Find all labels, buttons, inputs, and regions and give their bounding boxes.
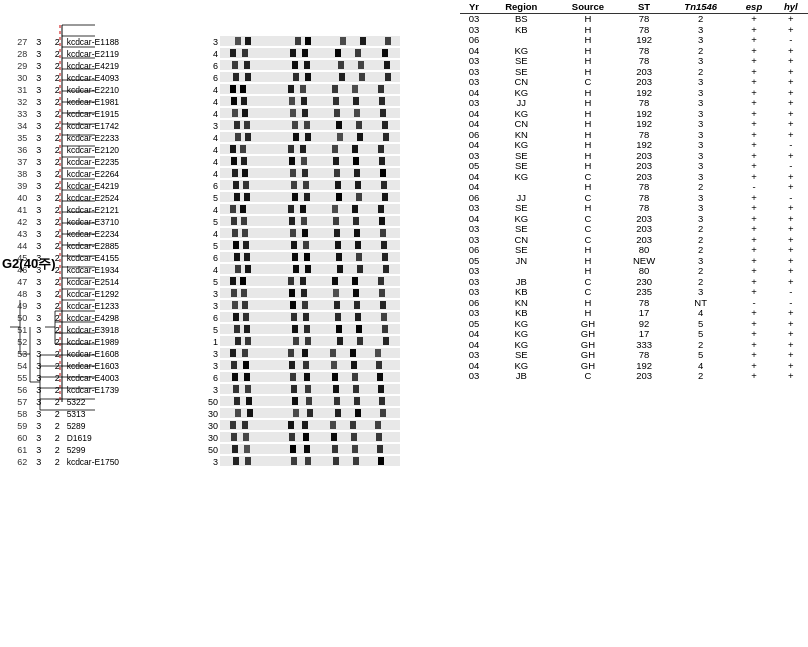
cell-st: 78 — [621, 98, 667, 109]
svg-rect-282 — [305, 385, 311, 393]
svg-rect-331 — [333, 457, 339, 465]
col4: 3 — [193, 348, 220, 360]
svg-rect-148 — [355, 181, 361, 189]
svg-rect-96 — [242, 109, 248, 117]
gel-lane-svg — [220, 192, 400, 202]
svg-rect-315 — [331, 433, 337, 441]
sample-id: kcdcar-E2235 — [67, 156, 194, 168]
cell-region — [488, 266, 555, 277]
svg-rect-53 — [385, 37, 391, 45]
svg-rect-144 — [243, 181, 249, 189]
g2-label: G2(40주) — [2, 255, 55, 273]
gel-lane-svg — [220, 408, 400, 418]
svg-rect-177 — [290, 229, 296, 237]
svg-rect-292 — [354, 397, 360, 405]
cell-st: 78 — [621, 182, 667, 193]
table-row: 06SEH802++ — [460, 245, 808, 256]
svg-rect-299 — [335, 409, 341, 417]
row-number: 60 — [0, 432, 29, 444]
row-number: 47 — [0, 276, 29, 288]
col2: 2 — [48, 180, 67, 192]
gel-lane — [220, 300, 460, 312]
gel-lane — [220, 384, 460, 396]
table-row: 03SEC2032++ — [460, 224, 808, 235]
cell-tn: 3 — [667, 119, 735, 130]
cell-tn: 3 — [667, 56, 735, 67]
svg-rect-79 — [230, 85, 236, 93]
svg-rect-55 — [230, 49, 236, 57]
cell-source: H — [555, 14, 622, 25]
left-row: 2932kcdcar-E42196 — [0, 60, 460, 72]
col4: 3 — [193, 120, 220, 132]
cell-source: H — [555, 245, 622, 256]
svg-rect-178 — [302, 229, 308, 237]
svg-rect-175 — [232, 229, 238, 237]
row-number: 55 — [0, 372, 29, 384]
svg-rect-74 — [305, 73, 311, 81]
svg-rect-284 — [353, 385, 359, 393]
cell-hyl: + — [774, 98, 808, 109]
gel-lane — [220, 180, 460, 192]
cell-source: H — [555, 98, 622, 109]
cell-st: 80 — [621, 266, 667, 277]
svg-rect-155 — [336, 193, 342, 201]
left-row: 6032D161930 — [0, 432, 460, 444]
svg-rect-113 — [293, 133, 299, 141]
svg-rect-64 — [244, 61, 250, 69]
cell-region: KG — [488, 140, 555, 151]
svg-rect-82 — [300, 85, 306, 93]
svg-rect-287 — [234, 397, 240, 405]
col4: 5 — [193, 216, 220, 228]
svg-rect-104 — [244, 121, 250, 129]
sample-id: kcdcar-E3918 — [67, 324, 194, 336]
row-number: 62 — [0, 456, 29, 468]
gel-lane — [220, 372, 460, 384]
svg-rect-296 — [247, 409, 253, 417]
cell-region: SE — [488, 203, 555, 214]
table-row: 04KGGH175++ — [460, 329, 808, 340]
col2: 2 — [48, 276, 67, 288]
col4: 5 — [193, 324, 220, 336]
col4: 6 — [193, 180, 220, 192]
svg-rect-199 — [235, 265, 241, 273]
svg-rect-68 — [358, 61, 364, 69]
col1: 3 — [29, 144, 48, 156]
table-row: 03KBC2353+- — [460, 287, 808, 298]
col2: 2 — [48, 444, 67, 456]
cell-esp: + — [735, 224, 774, 235]
cell-yr: 06 — [460, 245, 488, 256]
sample-id: kcdcar-E1915 — [67, 108, 194, 120]
cell-esp: + — [735, 98, 774, 109]
gel-lane-svg — [220, 120, 400, 130]
col2: 2 — [48, 324, 67, 336]
table-row: 03BSH782++ — [460, 14, 808, 25]
col1: 3 — [29, 432, 48, 444]
svg-rect-266 — [303, 361, 309, 369]
svg-rect-231 — [233, 313, 239, 321]
cell-source: C — [555, 287, 622, 298]
svg-rect-137 — [290, 169, 296, 177]
svg-rect-311 — [231, 433, 237, 441]
gel-lane — [220, 432, 460, 444]
svg-rect-97 — [290, 109, 296, 117]
left-row: 3832kcdcar-E22644 — [0, 168, 460, 180]
gel-lane-svg — [220, 204, 400, 214]
gel-lane-svg — [220, 168, 400, 178]
svg-rect-91 — [333, 97, 339, 105]
svg-rect-185 — [291, 241, 297, 249]
svg-rect-218 — [301, 289, 307, 297]
cell-st: 78 — [621, 56, 667, 67]
cell-yr: 03 — [460, 308, 488, 319]
svg-rect-154 — [304, 193, 310, 201]
svg-rect-202 — [305, 265, 311, 273]
gel-lane-svg — [220, 288, 400, 298]
row-number: 43 — [0, 228, 29, 240]
col2: 2 — [48, 144, 67, 156]
sample-id: kcdcar-E2264 — [67, 168, 194, 180]
svg-rect-107 — [336, 121, 342, 129]
sample-id: kcdcar-E1989 — [67, 336, 194, 348]
gel-lane — [220, 420, 460, 432]
sample-id: 5289 — [67, 420, 194, 432]
svg-rect-171 — [333, 217, 339, 225]
row-number: 29 — [0, 60, 29, 72]
